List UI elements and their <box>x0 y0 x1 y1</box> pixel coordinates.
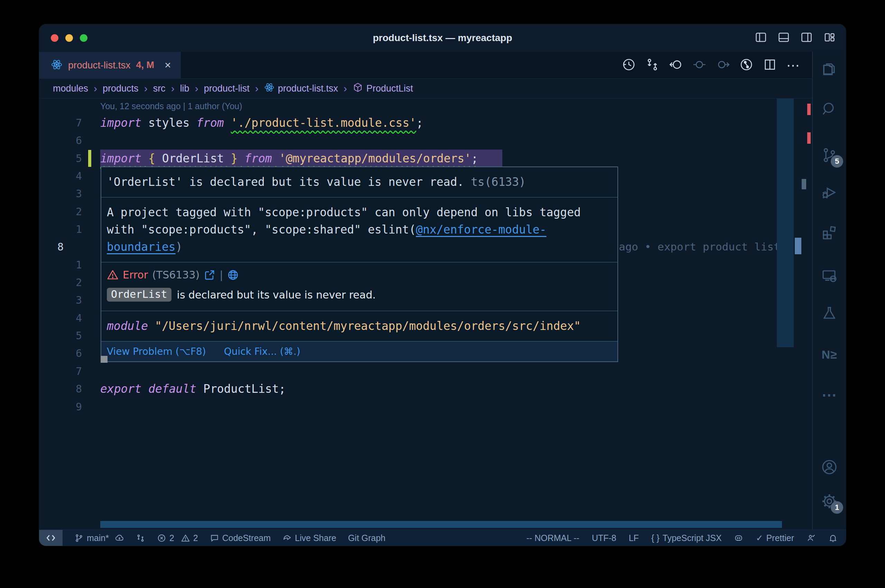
code-row[interactable]: 9 <box>39 398 812 416</box>
error-status-row: Error (TS6133) | <box>101 262 618 282</box>
code-row[interactable]: 8export default ProductList; <box>39 380 812 398</box>
breadcrumb-lib[interactable]: lib <box>180 83 189 94</box>
line-number[interactable]: 4 <box>39 167 82 185</box>
notifications-item[interactable] <box>828 533 838 543</box>
toggle-primary-sidebar-icon[interactable] <box>755 31 767 45</box>
accounts-icon[interactable] <box>821 459 838 476</box>
overview-error-mark <box>807 132 811 144</box>
next-change-icon[interactable] <box>716 58 730 73</box>
code-text[interactable]: import { OrderList } from '@myreactapp/m… <box>100 150 502 167</box>
encoding-item[interactable]: UTF-8 <box>592 533 616 543</box>
line-number[interactable]: 4 <box>39 309 82 327</box>
tooltip-resize-handle[interactable] <box>101 356 108 363</box>
timeline-icon[interactable] <box>622 58 636 73</box>
git-graph-item[interactable]: Git Graph <box>348 533 385 543</box>
prettier-item[interactable]: ✓ Prettier <box>756 533 794 543</box>
line-number[interactable]: 1 <box>39 256 82 274</box>
code-editor[interactable]: You, 12 seconds ago | 1 author (You)7imp… <box>39 99 812 530</box>
tab-product-list[interactable]: product-list.tsx 4, M × <box>39 52 181 78</box>
hover-actions: View Problem (⌥F8) Quick Fix... (⌘.) <box>101 341 618 362</box>
language-mode-item[interactable]: { } TypeScript JSX <box>651 533 722 543</box>
code-row[interactable]: 7import styles from './product-list.modu… <box>39 114 812 132</box>
customize-layout-icon[interactable] <box>823 31 835 45</box>
codelens-blame[interactable]: You, 12 seconds ago | 1 author (You) <box>100 99 242 114</box>
additional-views-icon[interactable]: ⋯ <box>822 386 837 404</box>
line-number[interactable]: 3 <box>39 291 82 309</box>
toggle-secondary-sidebar-icon[interactable] <box>800 31 813 45</box>
more-actions-icon[interactable]: ⋯ <box>786 58 799 72</box>
remote-indicator[interactable] <box>39 530 63 546</box>
line-number[interactable]: 6 <box>39 345 82 362</box>
symbol-cube-icon <box>353 82 363 95</box>
line-number[interactable]: 2 <box>39 274 82 291</box>
code-row[interactable]: 7 <box>39 362 812 380</box>
code-text[interactable]: export default ProductList; <box>100 380 285 398</box>
git-branch-item[interactable]: main* <box>74 533 124 543</box>
remote-explorer-icon[interactable] <box>821 267 838 284</box>
compare-branch-item[interactable] <box>136 533 145 543</box>
line-number[interactable]: 5 <box>39 327 82 345</box>
breadcrumb-symbol[interactable]: ProductList <box>353 82 413 95</box>
line-number[interactable]: 8 <box>57 238 64 256</box>
split-editor-icon[interactable] <box>763 58 777 73</box>
previous-change-icon[interactable] <box>693 58 706 73</box>
copilot-item[interactable] <box>734 533 743 543</box>
line-number[interactable]: 3 <box>39 185 82 202</box>
breadcrumb-file[interactable]: product-list.tsx <box>264 82 338 95</box>
tab-close-icon[interactable]: × <box>165 59 171 72</box>
feedback-item[interactable] <box>807 533 816 543</box>
code-row[interactable]: 6 <box>39 132 812 149</box>
testing-beaker-icon[interactable] <box>821 305 838 321</box>
line-number[interactable]: 1 <box>39 220 82 238</box>
warning-count: 2 <box>193 533 198 543</box>
line-number[interactable]: 6 <box>39 132 82 149</box>
line-number[interactable]: 7 <box>39 362 82 380</box>
symbol-badge: OrderList <box>107 288 171 302</box>
zoom-window-button[interactable] <box>80 34 87 42</box>
line-number[interactable]: 2 <box>39 203 82 220</box>
code-text[interactable]: import styles from './product-list.modul… <box>100 114 423 132</box>
overview-error-mark <box>807 104 811 115</box>
globe-icon[interactable] <box>227 269 239 281</box>
line-number[interactable]: 5 <box>39 150 82 167</box>
codestream-item[interactable]: CodeStream <box>210 533 271 543</box>
error-count: 2 <box>170 533 174 543</box>
line-number[interactable]: 8 <box>39 380 82 398</box>
toggle-panel-icon[interactable] <box>777 31 790 45</box>
view-problem-link[interactable]: View Problem (⌥F8) <box>107 346 206 357</box>
search-icon[interactable] <box>821 101 838 117</box>
commit-graph-icon[interactable] <box>739 58 753 73</box>
settings-badge: 1 <box>831 501 843 514</box>
line-number[interactable]: 7 <box>39 114 82 132</box>
extensions-icon[interactable] <box>821 224 838 241</box>
compare-changes-icon[interactable] <box>645 58 659 73</box>
breadcrumb-product-list-folder[interactable]: product-list <box>204 83 249 94</box>
quick-fix-link[interactable]: Quick Fix... (⌘.) <box>224 346 301 357</box>
window-title: product-list.tsx — myreactapp <box>39 33 846 44</box>
breadcrumb-separator: › <box>195 82 198 94</box>
live-share-item[interactable]: Live Share <box>282 533 337 543</box>
vertical-scrollbar[interactable] <box>777 99 794 347</box>
eol-item[interactable]: LF <box>629 533 639 543</box>
vim-mode-indicator[interactable]: -- NORMAL -- <box>526 533 579 543</box>
explorer-icon[interactable] <box>821 61 838 77</box>
close-window-button[interactable] <box>51 34 59 42</box>
breadcrumb-modules[interactable]: modules <box>53 83 88 94</box>
breadcrumb-products[interactable]: products <box>103 83 139 94</box>
breadcrumb-src[interactable]: src <box>153 83 165 94</box>
breadcrumb-separator: › <box>144 82 147 94</box>
horizontal-scrollbar[interactable] <box>100 521 782 528</box>
module-path-row: module "/Users/juri/nrwl/content/myreact… <box>101 311 618 341</box>
nx-console-icon[interactable]: N≥ <box>821 348 837 362</box>
error-code: (TS6133) <box>152 269 200 281</box>
source-control-icon[interactable]: 5 <box>821 147 838 164</box>
problems-item[interactable]: 2 2 <box>157 533 198 543</box>
minimize-window-button[interactable] <box>65 34 73 42</box>
settings-gear-icon[interactable]: 1 <box>821 493 838 510</box>
code-row[interactable]: 5import { OrderList } from '@myreactapp/… <box>39 150 812 167</box>
open-external-icon[interactable] <box>204 269 215 281</box>
run-debug-icon[interactable] <box>821 184 838 201</box>
navigate-back-icon[interactable] <box>669 58 683 73</box>
line-number[interactable]: 9 <box>39 398 82 416</box>
breadcrumb-separator: › <box>344 82 347 94</box>
